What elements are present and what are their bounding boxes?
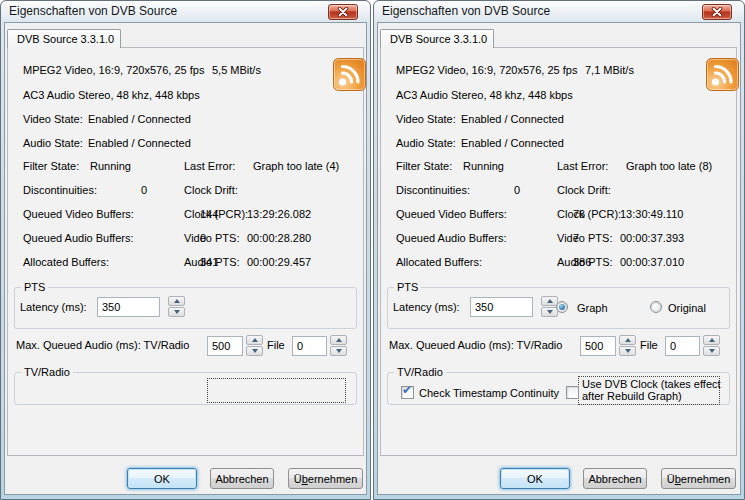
discontinuities-value: 0 — [514, 184, 520, 197]
latency-input[interactable] — [470, 297, 533, 317]
radio-graph-label: Graph — [577, 302, 608, 315]
discontinuities-label: Discontinuities: — [23, 184, 97, 197]
clock-pcr-label: Clock (PCR): — [557, 208, 621, 221]
tv-radio-spin-up-button[interactable] — [619, 335, 636, 345]
arrow-down-icon — [174, 310, 180, 314]
tv-radio-ms-input[interactable] — [207, 336, 243, 356]
use-dvb-clock-checkbox[interactable] — [566, 386, 579, 399]
audio-state-value: Enabled / Connected — [88, 137, 191, 150]
file-spin-down-button[interactable] — [330, 346, 347, 356]
tv-radio-group-label: TV/Radio — [21, 366, 73, 379]
latency-spin-up-button[interactable] — [168, 296, 185, 306]
apply-button[interactable]: Übernehmen — [661, 468, 736, 489]
clock-drift-label: Clock Drift: — [184, 184, 238, 197]
video-state-value: Enabled / Connected — [88, 113, 191, 126]
queued-audio-buffers-label: Queued Audio Buffers: — [396, 232, 507, 245]
pts-group-label: PTS — [394, 281, 421, 294]
arrow-up-icon — [252, 338, 258, 342]
clock-pcr-value: 13:29:26.082 — [247, 208, 311, 221]
ok-button[interactable]: OK — [127, 468, 197, 489]
dvb-source-properties-dialog-2: Eigenschaften von DVB Source DVB Source … — [373, 0, 745, 500]
latency-label: Latency (ms): — [20, 301, 87, 314]
focused-empty-control[interactable] — [207, 378, 346, 403]
arrow-down-icon — [336, 349, 342, 353]
audio-pts-value: 00:00:29.457 — [247, 256, 311, 269]
check-mark-icon: ✔ — [402, 383, 412, 397]
video-bitrate-text: 5,5 MBit/s — [212, 64, 261, 77]
close-button[interactable] — [328, 4, 358, 20]
latency-spin-down-button[interactable] — [168, 307, 185, 317]
arrow-up-icon — [336, 338, 342, 342]
apply-label-prefix: Ü — [294, 473, 302, 485]
arrow-down-icon — [547, 310, 553, 314]
file-ms-spinner — [330, 335, 347, 357]
tab-label: DVB Source 3.3.1.0 — [17, 33, 114, 45]
video-pts-value: 00:00:28.280 — [247, 232, 311, 245]
dvb-source-properties-dialog-1: Eigenschaften von DVB Source DVB Source … — [0, 0, 371, 500]
arrow-down-icon — [709, 349, 715, 353]
close-icon — [711, 7, 723, 17]
tv-radio-group-label: TV/Radio — [394, 366, 446, 379]
file-ms-input[interactable] — [665, 336, 700, 356]
arrow-down-icon — [625, 349, 631, 353]
file-ms-input[interactable] — [292, 336, 327, 356]
file-label: File — [640, 339, 658, 352]
tab-dvb-source[interactable]: DVB Source 3.3.1.0 — [7, 29, 121, 48]
tv-radio-ms-spinner — [619, 335, 636, 357]
video-state-value: Enabled / Connected — [461, 113, 564, 126]
filter-state-label: Filter State: — [23, 160, 79, 173]
arrow-up-icon — [547, 299, 553, 303]
audio-state-value: Enabled / Connected — [461, 137, 564, 150]
tv-radio-ms-input[interactable] — [580, 336, 616, 356]
clock-drift-label: Clock Drift: — [557, 184, 611, 197]
cancel-button[interactable]: Abbrechen — [210, 468, 274, 489]
discontinuities-label: Discontinuities: — [396, 184, 470, 197]
queued-audio-buffers-label: Queued Audio Buffers: — [23, 232, 134, 245]
close-button[interactable] — [702, 4, 732, 20]
audio-state-label: Audio State: — [396, 137, 456, 150]
filter-state-value: Running — [90, 160, 131, 173]
apply-label-suffix: ernehmen — [308, 473, 358, 485]
file-label: File — [267, 339, 285, 352]
tab-dvb-source[interactable]: DVB Source 3.3.1.0 — [380, 29, 494, 48]
ok-button[interactable]: OK — [500, 468, 570, 489]
file-spin-up-button[interactable] — [330, 335, 347, 345]
allocated-buffers-label: Allocated Buffers: — [23, 256, 109, 269]
latency-label: Latency (ms): — [393, 301, 460, 314]
video-bitrate-text: 7,1 MBit/s — [585, 64, 634, 77]
tv-radio-spin-down-button[interactable] — [246, 346, 263, 356]
video-info-text: MPEG2 Video, 16:9, 720x576, 25 fps — [396, 64, 577, 77]
video-pts-value: 00:00:37.393 — [620, 232, 684, 245]
tab-label: DVB Source 3.3.1.0 — [390, 33, 487, 45]
latency-input[interactable] — [97, 297, 160, 317]
last-error-label: Last Error: — [557, 160, 608, 173]
check-timestamp-checkbox[interactable]: ✔ — [401, 386, 414, 399]
video-pts-label: Video PTS: — [184, 232, 239, 245]
tv-radio-ms-spinner — [246, 335, 263, 357]
max-queued-audio-label: Max. Queued Audio (ms): TV/Radio — [16, 339, 189, 352]
radio-graph[interactable] — [556, 301, 568, 313]
discontinuities-value: 0 — [141, 184, 147, 197]
arrow-up-icon — [174, 299, 180, 303]
audio-pts-label: Audio PTS: — [184, 256, 240, 269]
latency-spinner — [168, 296, 185, 318]
last-error-value: Graph too late (4) — [253, 160, 339, 173]
file-ms-spinner — [703, 335, 720, 357]
window-title: Eigenschaften von DVB Source — [9, 4, 177, 18]
file-spin-up-button[interactable] — [703, 335, 720, 345]
cancel-button[interactable]: Abbrechen — [583, 468, 647, 489]
last-error-value: Graph too late (8) — [626, 160, 712, 173]
radio-original[interactable] — [650, 301, 662, 313]
dvb-source-logo-icon — [706, 58, 739, 91]
clock-pcr-value: 13:30:49.110 — [620, 208, 683, 221]
dvb-source-logo-icon — [333, 58, 366, 91]
arrow-down-icon — [252, 349, 258, 353]
tv-radio-spin-up-button[interactable] — [246, 335, 263, 345]
pts-group-label: PTS — [21, 281, 48, 294]
tv-radio-spin-down-button[interactable] — [619, 346, 636, 356]
close-icon — [337, 7, 349, 17]
video-state-label: Video State: — [396, 113, 456, 126]
file-spin-down-button[interactable] — [703, 346, 720, 356]
video-pts-label: Video PTS: — [557, 232, 612, 245]
apply-button[interactable]: Übernehmen — [288, 468, 363, 489]
